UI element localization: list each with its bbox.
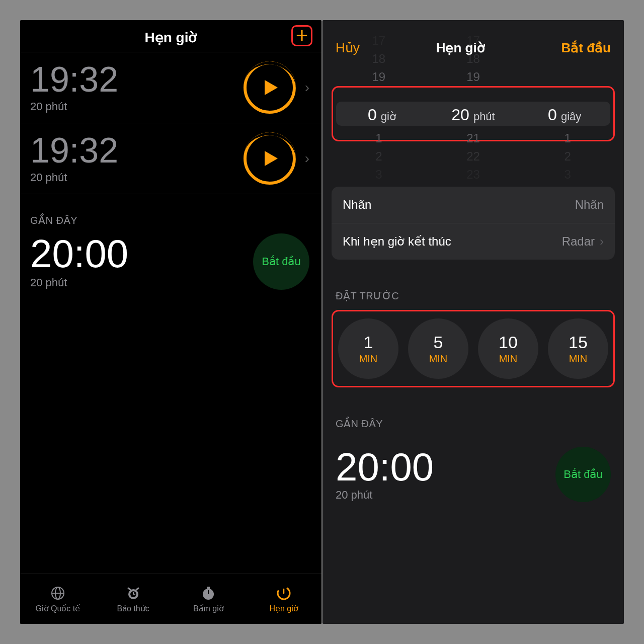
- recent-duration: 20 phút: [30, 276, 128, 289]
- section-header-recent: GẦN ĐÂY: [323, 387, 624, 438]
- nav-header: Hẹn giờ +: [20, 20, 321, 52]
- timer-info: 19:32 20 phút: [30, 133, 244, 184]
- recent-time: 20:00: [30, 234, 128, 273]
- preset-button[interactable]: 15MIN: [548, 318, 608, 379]
- row-label: Nhãn: [343, 198, 371, 212]
- timer-remaining: 19:32: [30, 62, 244, 97]
- timer-row[interactable]: 19:32 20 phút ›: [20, 52, 321, 123]
- chevron-right-icon: ›: [600, 234, 604, 249]
- tab-label: Bấm giờ: [193, 604, 224, 613]
- timer-icon: [276, 585, 291, 602]
- tab-label: Giờ Quốc tế: [36, 604, 80, 613]
- start-button[interactable]: Bắt đầu: [253, 233, 309, 290]
- play-icon: [264, 79, 279, 96]
- picker-minutes-wheel[interactable]: [427, 90, 520, 138]
- tab-world-clock[interactable]: Giờ Quốc tế: [20, 574, 96, 624]
- preset-buttons: 1MIN 5MIN 10MIN 15MIN: [332, 310, 615, 387]
- tab-label: Báo thức: [117, 604, 149, 613]
- preset-button[interactable]: 10MIN: [478, 318, 538, 379]
- svg-rect-10: [207, 587, 210, 589]
- start-button[interactable]: Bắt đầu: [555, 447, 611, 502]
- svg-line-4: [128, 588, 130, 590]
- section-header-recent: GẦN ĐÂY: [20, 194, 321, 233]
- chevron-right-icon: ›: [305, 150, 309, 167]
- timer-duration: 20 phút: [30, 171, 244, 184]
- timer-duration: 20 phút: [30, 100, 244, 113]
- add-timer-button[interactable]: +: [291, 25, 312, 46]
- tab-bar: Giờ Quốc tế Báo thức Bấm giờ Hẹn giờ: [20, 574, 321, 624]
- tab-alarm[interactable]: Báo thức: [96, 574, 171, 624]
- cancel-button[interactable]: Hủy: [336, 40, 360, 56]
- screen-timer-list: Hẹn giờ + 19:32 20 phút › 19:32 20 phút …: [20, 20, 321, 624]
- timer-remaining: 19:32: [30, 133, 244, 168]
- settings-card: Nhãn Nhãn Khi hẹn giờ kết thúc Radar ›: [332, 187, 615, 260]
- chevron-right-icon: ›: [305, 79, 309, 96]
- play-button[interactable]: [244, 61, 296, 114]
- timer-row[interactable]: 19:32 20 phút ›: [20, 123, 321, 194]
- page-title: Hẹn giờ: [145, 30, 197, 45]
- svg-line-5: [136, 588, 138, 590]
- play-icon: [264, 150, 279, 167]
- when-ends-row[interactable]: Khi hẹn giờ kết thúc Radar ›: [332, 223, 615, 260]
- screen-timer-edit: Hủy Hẹn giờ Bắt đầu 171819 171819 0giờ 2…: [323, 20, 624, 624]
- preset-button[interactable]: 5MIN: [408, 318, 468, 379]
- preset-button[interactable]: 1MIN: [338, 318, 398, 379]
- row-value: Radar: [562, 234, 595, 249]
- recent-timer-row[interactable]: 20:00 20 phút Bắt đầu: [323, 438, 624, 502]
- globe-icon: [50, 585, 65, 602]
- play-button[interactable]: [244, 132, 296, 185]
- row-value: Nhãn: [575, 198, 604, 212]
- modal-header: Hủy Hẹn giờ Bắt đầu: [323, 20, 624, 66]
- recent-timer-row[interactable]: 20:00 20 phút Bắt đầu: [20, 233, 321, 290]
- section-header-presets: ĐẶT TRƯỚC: [323, 260, 624, 310]
- timer-info: 19:32 20 phút: [30, 62, 244, 113]
- picker-seconds-wheel[interactable]: [520, 90, 613, 138]
- row-label: Khi hẹn giờ kết thúc: [343, 234, 451, 249]
- label-row[interactable]: Nhãn Nhãn: [332, 187, 615, 223]
- tab-timer[interactable]: Hẹn giờ: [246, 574, 321, 624]
- tab-stopwatch[interactable]: Bấm giờ: [171, 574, 247, 624]
- tab-label: Hẹn giờ: [269, 604, 298, 613]
- duration-picker[interactable]: 0giờ 20phút 0giây: [332, 86, 615, 141]
- recent-duration: 20 phút: [336, 489, 434, 502]
- recent-time: 20:00: [336, 447, 434, 487]
- page-title: Hẹn giờ: [436, 40, 485, 56]
- start-button-top[interactable]: Bắt đầu: [561, 40, 611, 56]
- alarm-icon: [126, 585, 141, 602]
- stopwatch-icon: [201, 585, 216, 602]
- picker-hours-wheel[interactable]: [333, 90, 427, 138]
